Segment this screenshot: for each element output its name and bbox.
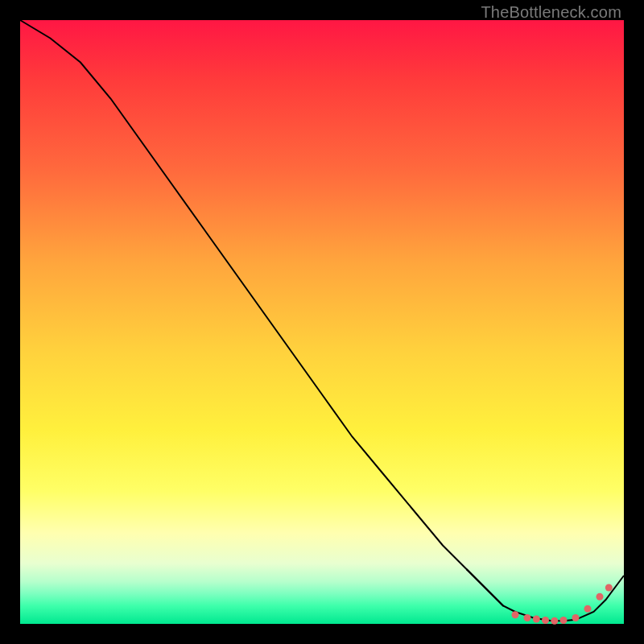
data-dot (542, 617, 549, 624)
data-dot (551, 617, 558, 625)
chart-stage: TheBottleneck.com (0, 0, 644, 644)
watermark-label: TheBottleneck.com (481, 3, 621, 22)
data-dot (512, 611, 519, 618)
marker-layer (467, 570, 613, 625)
data-dot (560, 617, 568, 624)
highlight-segment (467, 570, 503, 606)
data-dot (533, 616, 540, 623)
data-dot (584, 605, 592, 613)
data-dot (524, 614, 531, 621)
bottleneck-curve (20, 20, 624, 621)
data-dot (572, 614, 580, 621)
gradient-plot-area (20, 20, 624, 624)
data-dot (597, 593, 604, 601)
data-dot (605, 584, 613, 592)
curve-layer (20, 20, 624, 624)
